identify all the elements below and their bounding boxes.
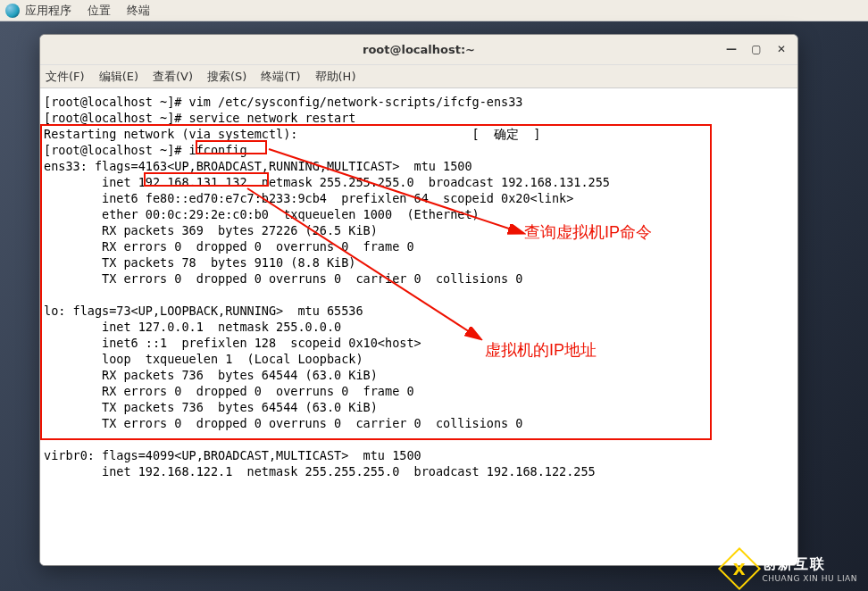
activities-icon (5, 4, 20, 18)
menu-edit[interactable]: 编辑(E) (99, 69, 138, 85)
menu-places[interactable]: 位置 (88, 3, 111, 19)
menu-applications[interactable]: 应用程序 (25, 3, 71, 19)
gnome-top-menubar: 应用程序 位置 终端 (0, 0, 868, 21)
watermark-logo-icon: X (718, 547, 761, 590)
watermark-text-en: CHUANG XIN HU LIAN (762, 574, 857, 583)
terminal-menubar: 文件(F) 编辑(E) 查看(V) 搜索(S) 终端(T) 帮助(H) (40, 65, 797, 88)
menu-file[interactable]: 文件(F) (46, 69, 85, 85)
window-controls: — ▢ ✕ (722, 40, 790, 58)
maximize-button[interactable]: ▢ (747, 40, 765, 58)
close-button[interactable]: ✕ (772, 40, 790, 58)
terminal-body[interactable]: [root@localhost ~]# vim /etc/sysconfig/n… (40, 88, 797, 565)
menu-terminal-menu[interactable]: 终端(T) (261, 69, 300, 85)
minimize-button[interactable]: — (722, 40, 740, 58)
menu-help[interactable]: 帮助(H) (315, 69, 356, 85)
watermark: X 创新互联 CHUANG XIN HU LIAN (724, 554, 857, 584)
terminal-window: root@localhost:~ — ▢ ✕ 文件(F) 编辑(E) 查看(V)… (39, 34, 798, 566)
window-title: root@localhost:~ (363, 43, 475, 56)
menu-search[interactable]: 搜索(S) (207, 69, 246, 85)
menu-view[interactable]: 查看(V) (153, 69, 193, 85)
menu-terminal[interactable]: 终端 (127, 3, 150, 19)
titlebar[interactable]: root@localhost:~ — ▢ ✕ (40, 35, 797, 65)
watermark-text-cn: 创新互联 (762, 555, 857, 574)
